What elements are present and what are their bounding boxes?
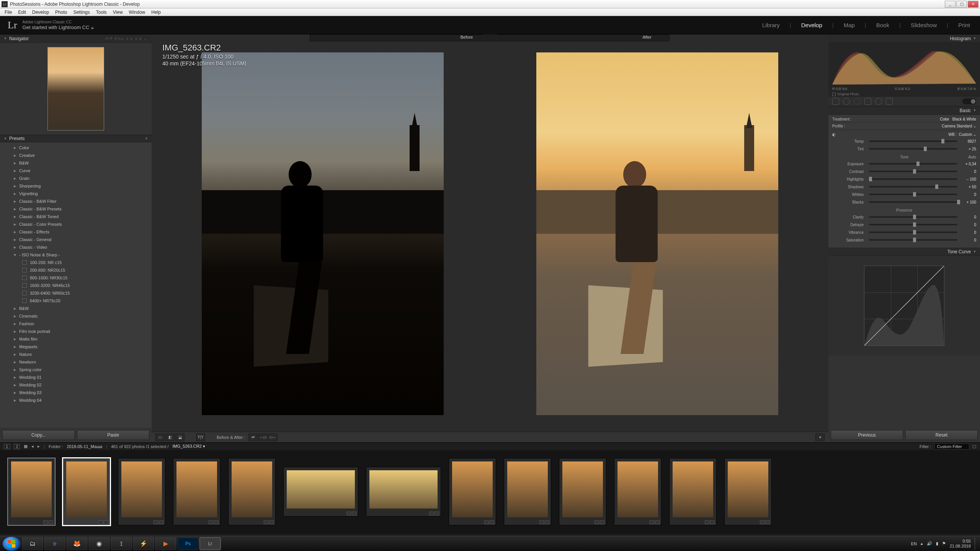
- previous-button[interactable]: Previous: [831, 430, 903, 440]
- original-photo-checkbox[interactable]: [832, 93, 836, 96]
- slider-value[interactable]: – 100: [959, 177, 976, 181]
- grid-view-icon[interactable]: ▦: [24, 444, 28, 449]
- slider-value[interactable]: 0: [959, 215, 976, 219]
- ba-layout-1[interactable]: Y|Y: [196, 434, 205, 441]
- filter-dropdown[interactable]: Custom Filter: [934, 443, 969, 450]
- slider-knob[interactable]: [957, 200, 960, 204]
- wb-dropdown[interactable]: Custom ⌄: [959, 132, 976, 137]
- menu-window[interactable]: Window: [126, 10, 149, 15]
- slider-track[interactable]: [869, 194, 957, 195]
- treatment-color[interactable]: Color: [940, 117, 949, 121]
- preset-group[interactable]: ▶Classic - Effects: [0, 228, 152, 236]
- preset-group[interactable]: ▶Nature: [0, 350, 152, 358]
- start-button[interactable]: [2, 536, 21, 551]
- slider-value[interactable]: + 100: [959, 200, 976, 204]
- module-slideshow[interactable]: Slideshow: [908, 22, 939, 28]
- preset-item[interactable]: 200-800: NR20c15: [0, 266, 152, 274]
- filmstrip-thumb[interactable]: [449, 458, 496, 525]
- preset-group[interactable]: ▶Film look portrait: [0, 328, 152, 335]
- presets-header[interactable]: ▼ Presets +: [0, 135, 152, 142]
- module-library[interactable]: Library: [760, 22, 782, 28]
- taskbar-lightroom[interactable]: Lr: [200, 538, 220, 550]
- module-map[interactable]: Map: [841, 22, 857, 28]
- filmstrip-thumb[interactable]: [228, 458, 276, 525]
- preset-group[interactable]: ▶Newborn: [0, 358, 152, 366]
- preset-group[interactable]: ▶Grain: [0, 174, 152, 182]
- preset-item[interactable]: 6400+ NR75c20: [0, 297, 152, 305]
- filmstrip-thumb[interactable]: [283, 467, 358, 517]
- module-print[interactable]: Print: [956, 22, 972, 28]
- filmstrip-thumb[interactable]: [8, 458, 55, 525]
- taskbar-explorer[interactable]: 🗂: [22, 538, 43, 550]
- slider-knob[interactable]: [913, 222, 916, 227]
- spot-tool[interactable]: [843, 98, 850, 105]
- slider-value[interactable]: 0: [959, 170, 976, 174]
- ba-copy-after-button[interactable]: →▭: [258, 434, 268, 441]
- module-book[interactable]: Book: [874, 22, 892, 28]
- filmstrip-thumb[interactable]: [724, 458, 772, 525]
- preset-group[interactable]: ▶Cinematic: [0, 312, 152, 320]
- slider-track[interactable]: [869, 239, 957, 241]
- slider-track[interactable]: [869, 224, 957, 225]
- identity-line2[interactable]: Get started with Lightroom CC: [23, 24, 90, 30]
- profile-dropdown[interactable]: Camera Standard ⌄: [942, 124, 976, 128]
- navigator-preview[interactable]: [0, 43, 152, 135]
- slider-track[interactable]: [869, 231, 957, 233]
- tool-toggle[interactable]: [962, 98, 976, 104]
- filmstrip[interactable]: [0, 450, 980, 533]
- tray-lang[interactable]: EN: [911, 541, 917, 546]
- menu-help[interactable]: Help: [148, 10, 164, 15]
- crop-tool[interactable]: [832, 98, 839, 105]
- preset-group[interactable]: ▶Classic - Color Presets: [0, 220, 152, 228]
- slider-value[interactable]: 0: [959, 223, 976, 227]
- menu-settings[interactable]: Settings: [70, 10, 93, 15]
- before-after-tb-button[interactable]: ⬓: [175, 434, 185, 441]
- before-image-box[interactable]: [159, 41, 486, 426]
- tonecurve-panel[interactable]: [828, 256, 980, 355]
- after-image-box[interactable]: [494, 41, 821, 426]
- ba-copy-before-button[interactable]: ▭←: [268, 434, 278, 441]
- slider-track[interactable]: [869, 216, 957, 218]
- slider-track[interactable]: [869, 140, 957, 142]
- tray-clock[interactable]: 0:55 21.08.2018: [950, 539, 971, 548]
- preset-group[interactable]: ▶Megasets: [0, 343, 152, 350]
- soft-proof-toggle[interactable]: ▾: [815, 434, 825, 441]
- auto-tone-button[interactable]: Auto: [968, 155, 976, 159]
- slider-knob[interactable]: [913, 238, 916, 242]
- treatment-bw[interactable]: Black & White: [952, 117, 976, 121]
- slider-knob[interactable]: [913, 192, 916, 197]
- slider-value[interactable]: 0: [959, 230, 976, 235]
- identity-menu-icon[interactable]: ▶: [91, 26, 94, 30]
- close-button[interactable]: ✕: [968, 1, 978, 8]
- folder-name[interactable]: 2018-05-11_Маша: [67, 444, 102, 449]
- preset-group[interactable]: ▶Wedding 01: [0, 373, 152, 381]
- grad-filter-tool[interactable]: [864, 98, 871, 105]
- preset-item[interactable]: 3200-6400: NR60c15: [0, 289, 152, 297]
- preset-group[interactable]: ▶Spring color: [0, 366, 152, 373]
- histogram[interactable]: R 0,5/ 9,6 G 0,6/ 9,3 B 0,9/ 7,8 % Origi…: [828, 43, 980, 96]
- menu-file[interactable]: File: [2, 10, 15, 15]
- basic-header[interactable]: Basic ▼: [828, 106, 980, 115]
- tray-action-icon[interactable]: ⚑: [942, 541, 946, 546]
- navigator-zoom-options[interactable]: FIT FILL 1:1 1:2 ⌄: [106, 37, 148, 41]
- preset-group[interactable]: ▶Classic - B&W Toned: [0, 213, 152, 220]
- copy-button[interactable]: Copy...: [2, 430, 75, 440]
- tray-volume-icon[interactable]: 🔊: [927, 541, 932, 546]
- slider-knob[interactable]: [924, 147, 927, 151]
- brush-tool[interactable]: [886, 98, 893, 105]
- tonecurve-grid[interactable]: [864, 266, 944, 346]
- filter-lock-icon[interactable]: ▢: [972, 444, 976, 449]
- navigator-header[interactable]: ▼ Navigator FIT FILL 1:1 1:2 ⌄: [0, 34, 152, 43]
- preset-group[interactable]: ▶Vignetting: [0, 190, 152, 197]
- taskbar-firefox[interactable]: 🦊: [67, 538, 87, 550]
- ba-swap-button[interactable]: ⇄: [248, 434, 258, 441]
- tray-up-icon[interactable]: ▴: [921, 541, 923, 546]
- preset-group[interactable]: ▶Creative: [0, 152, 152, 159]
- tray-network-icon[interactable]: ▮: [936, 541, 938, 546]
- slider-value[interactable]: + 0,34: [959, 162, 976, 166]
- menu-edit[interactable]: Edit: [15, 10, 29, 15]
- filmstrip-thumb[interactable]: [614, 458, 662, 525]
- filmstrip-thumb[interactable]: [504, 458, 551, 525]
- filmstrip-thumb[interactable]: [63, 458, 110, 525]
- preset-group[interactable]: ▶Curve: [0, 167, 152, 174]
